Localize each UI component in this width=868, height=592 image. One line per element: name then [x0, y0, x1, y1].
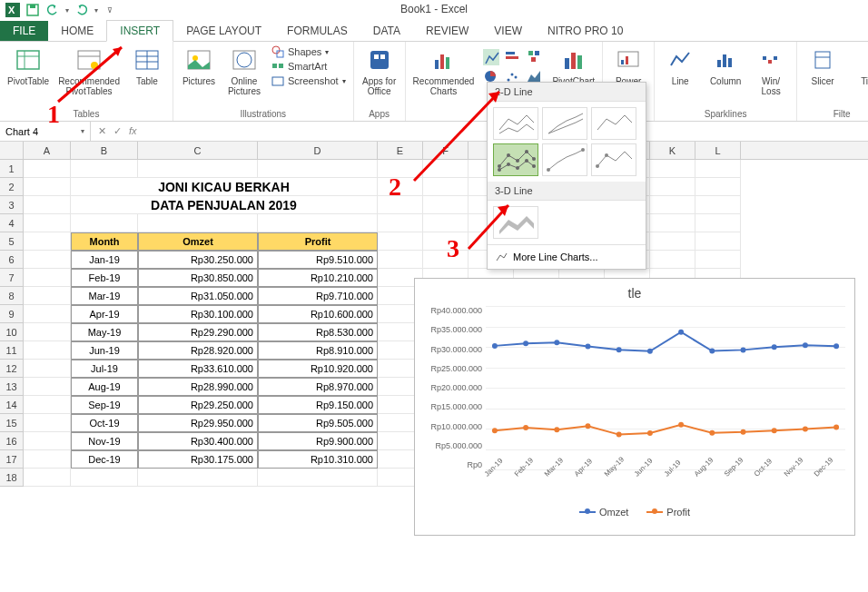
cell[interactable]: Rp30.175.000	[138, 450, 258, 469]
hierarchy-chart-icon[interactable]	[527, 49, 543, 65]
cell[interactable]	[695, 178, 741, 196]
cell[interactable]	[24, 305, 71, 323]
cell[interactable]: DATA PENJUALAN 2019	[71, 196, 378, 214]
cell[interactable]	[650, 160, 695, 178]
cell[interactable]: Rp30.400.000	[138, 432, 258, 450]
undo-icon[interactable]	[45, 3, 60, 17]
cell[interactable]: Jun-19	[71, 341, 138, 360]
slicer-button[interactable]: Slicer	[804, 45, 841, 86]
cell[interactable]: Month	[71, 232, 138, 251]
row-header[interactable]: 10	[0, 323, 24, 341]
cell[interactable]	[650, 251, 695, 269]
cell[interactable]: Nov-19	[71, 432, 138, 450]
row-header[interactable]: 2	[0, 178, 24, 196]
sparkline-column-button[interactable]: Column	[707, 45, 744, 86]
row-header[interactable]: 8	[0, 287, 24, 305]
screenshot-button[interactable]: Screenshot▾	[271, 74, 346, 87]
row-header[interactable]: 16	[0, 432, 24, 450]
cell[interactable]	[24, 378, 71, 396]
cell[interactable]	[378, 232, 423, 251]
cell[interactable]	[24, 251, 71, 269]
cell[interactable]: Rp33.610.000	[138, 360, 258, 378]
cell[interactable]: Jul-19	[71, 360, 138, 378]
cell[interactable]	[423, 251, 469, 269]
line-chart-option-2[interactable]	[542, 107, 587, 140]
cell[interactable]	[695, 232, 741, 251]
cell[interactable]	[258, 214, 378, 232]
cell[interactable]	[24, 323, 71, 341]
row-header[interactable]: 11	[0, 341, 24, 360]
cell[interactable]	[24, 196, 71, 214]
cell[interactable]	[378, 214, 423, 232]
smartart-button[interactable]: SmartArt	[271, 60, 327, 73]
redo-icon[interactable]	[74, 3, 89, 17]
cell[interactable]: Rp29.250.000	[138, 396, 258, 414]
enter-icon[interactable]: ✓	[113, 125, 122, 137]
cell[interactable]: May-19	[71, 323, 138, 341]
cell[interactable]	[258, 469, 378, 487]
col-header-B[interactable]: B	[71, 142, 138, 159]
cell[interactable]: Rp8.530.000	[258, 323, 378, 341]
cell[interactable]	[24, 341, 71, 360]
tab-home[interactable]: HOME	[48, 21, 106, 41]
row-header[interactable]: 15	[0, 414, 24, 432]
col-header-D[interactable]: D	[258, 142, 378, 159]
cell[interactable]	[138, 214, 258, 232]
tab-insert[interactable]: INSERT	[106, 20, 173, 42]
line-markers-option-2[interactable]	[542, 143, 587, 176]
cell[interactable]	[695, 251, 741, 269]
cell[interactable]	[24, 450, 71, 469]
cell[interactable]: Rp31.050.000	[138, 287, 258, 305]
row-header[interactable]: 7	[0, 269, 24, 287]
cell[interactable]	[24, 214, 71, 232]
cell[interactable]: Rp10.210.000	[258, 269, 378, 287]
cell[interactable]: Rp8.970.000	[258, 378, 378, 396]
cell[interactable]	[695, 196, 741, 214]
cell[interactable]	[423, 232, 469, 251]
cell[interactable]: Dec-19	[71, 450, 138, 469]
cell[interactable]: Jan-19	[71, 251, 138, 269]
cell[interactable]	[71, 469, 138, 487]
row-header[interactable]: 4	[0, 214, 24, 232]
cell[interactable]: Rp30.250.000	[138, 251, 258, 269]
cell[interactable]: Rp9.900.000	[258, 432, 378, 450]
cell[interactable]	[258, 160, 378, 178]
pictures-button[interactable]: Pictures	[181, 45, 217, 86]
cell[interactable]: Rp30.850.000	[138, 269, 258, 287]
name-box[interactable]: Chart 4▾	[0, 122, 91, 141]
cell[interactable]	[378, 251, 423, 269]
cell[interactable]: Rp9.510.000	[258, 251, 378, 269]
cell[interactable]: Omzet	[138, 232, 258, 251]
cell[interactable]	[695, 160, 741, 178]
row-header[interactable]: 14	[0, 396, 24, 414]
column-chart-icon[interactable]	[483, 49, 499, 65]
cancel-icon[interactable]: ✕	[98, 125, 106, 137]
row-header[interactable]: 12	[0, 360, 24, 378]
cell[interactable]	[24, 269, 71, 287]
redo-dropdown[interactable]: ▾	[94, 6, 98, 15]
online-pictures-button[interactable]: Online Pictures	[226, 45, 262, 96]
col-header-K[interactable]: K	[650, 142, 695, 159]
cell[interactable]: Apr-19	[71, 305, 138, 323]
col-header-A[interactable]: A	[24, 142, 71, 159]
timeline-button[interactable]: Ti	[850, 45, 868, 86]
bar-chart-icon[interactable]	[505, 49, 521, 65]
pivottable-button[interactable]: PivotTable	[7, 45, 49, 86]
cell[interactable]: Rp30.100.000	[138, 305, 258, 323]
cell[interactable]: Rp8.910.000	[258, 341, 378, 360]
cell[interactable]: JONI KICAU BERKAH	[71, 178, 378, 196]
cell[interactable]	[24, 396, 71, 414]
cell[interactable]	[695, 214, 741, 232]
table-button[interactable]: Table	[129, 45, 165, 86]
cell[interactable]	[24, 232, 71, 251]
cell[interactable]	[24, 414, 71, 432]
tab-view[interactable]: VIEW	[481, 21, 535, 41]
cell[interactable]: Aug-19	[71, 378, 138, 396]
cell[interactable]	[650, 196, 695, 214]
apps-for-office-button[interactable]: Apps for Office	[361, 45, 398, 96]
sparkline-line-button[interactable]: Line	[662, 45, 698, 86]
cell[interactable]	[138, 469, 258, 487]
line-markers-option-3[interactable]	[591, 143, 636, 176]
cell[interactable]: Rp28.990.000	[138, 378, 258, 396]
chart-title[interactable]: tle	[424, 284, 845, 306]
